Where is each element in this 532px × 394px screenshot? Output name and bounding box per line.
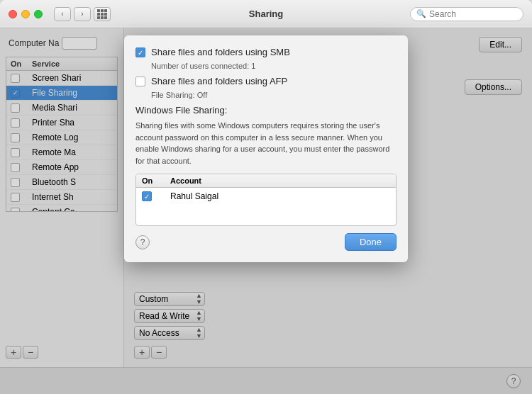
check-icon: ✓ — [138, 49, 143, 57]
traffic-lights — [9, 10, 43, 18]
done-button[interactable]: Done — [345, 233, 397, 251]
minimize-button[interactable] — [21, 10, 30, 18]
main-window: ‹ › Sharing 🔍 Computer Na On — [0, 0, 532, 394]
titlebar: ‹ › Sharing 🔍 — [0, 0, 532, 28]
inner-row-account: Rahul Saigal — [170, 191, 390, 201]
inner-col-account: Account — [170, 176, 390, 185]
inner-table-row[interactable]: ✓ Rahul Saigal — [136, 188, 396, 204]
afp-sub: File Sharing: Off — [151, 91, 397, 99]
smb-label: Share files and folders using SMB — [151, 47, 290, 57]
smb-option: ✓ Share files and folders using SMB — [135, 47, 397, 57]
window-title: Sharing — [249, 9, 283, 19]
windows-section: Windows File Sharing: Sharing files with… — [135, 105, 397, 226]
inner-table: On Account ✓ Rahul Saigal — [135, 174, 397, 226]
dialog-help-button[interactable]: ? — [135, 235, 150, 249]
afp-checkbox[interactable] — [135, 77, 145, 86]
inner-row-checkbox[interactable]: ✓ — [142, 191, 152, 201]
smb-dialog: ✓ Share files and folders using SMB Numb… — [124, 35, 408, 262]
nav-buttons: ‹ › — [54, 7, 91, 21]
grid-icon — [97, 9, 107, 19]
dialog-footer: ? Done — [135, 233, 397, 251]
grid-button[interactable] — [94, 7, 111, 21]
maximize-button[interactable] — [34, 10, 43, 18]
overlay: ✓ Share files and folders using SMB Numb… — [0, 28, 532, 394]
close-button[interactable] — [9, 10, 17, 18]
search-box[interactable]: 🔍 — [410, 7, 523, 21]
search-input[interactable] — [429, 9, 517, 19]
check-icon: ✓ — [144, 193, 150, 201]
inner-table-header: On Account — [136, 174, 396, 188]
inner-row-on: ✓ — [142, 191, 170, 201]
back-button[interactable]: ‹ — [54, 7, 71, 21]
afp-label: Share files and folders using AFP — [151, 76, 287, 86]
inner-table-empty-space — [136, 204, 396, 225]
search-icon: 🔍 — [416, 9, 426, 18]
smb-checkbox[interactable]: ✓ — [135, 47, 145, 57]
inner-col-on: On — [142, 176, 170, 185]
smb-sub: Number of users connected: 1 — [151, 62, 397, 70]
windows-desc: Sharing files with some Windows computer… — [135, 120, 397, 167]
afp-option: Share files and folders using AFP — [135, 76, 397, 86]
forward-button[interactable]: › — [74, 7, 91, 21]
windows-title: Windows File Sharing: — [135, 105, 397, 116]
